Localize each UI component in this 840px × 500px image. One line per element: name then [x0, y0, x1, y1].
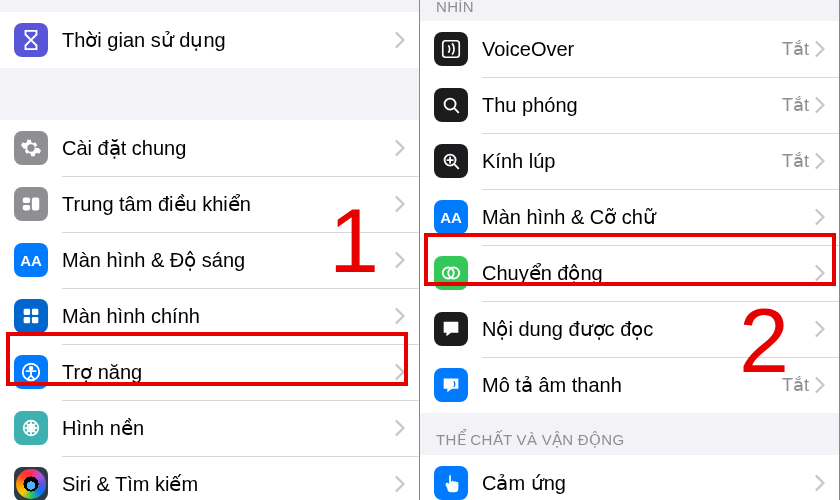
svg-rect-11 [443, 41, 460, 58]
aa-icon: AA [434, 200, 468, 234]
audio-description-icon [434, 368, 468, 402]
svg-rect-1 [32, 198, 39, 211]
chevron-right-icon [395, 32, 405, 48]
row-touch[interactable]: Cảm ứng [420, 455, 839, 500]
motion-icon [434, 256, 468, 290]
svg-rect-5 [24, 317, 30, 323]
row-motion[interactable]: Chuyển động [420, 245, 839, 301]
row-label: Chuyển động [482, 261, 815, 285]
home-screen-icon [14, 299, 48, 333]
chevron-right-icon [815, 41, 825, 57]
chevron-right-icon [395, 196, 405, 212]
row-zoom[interactable]: Thu phóng Tắt [420, 77, 839, 133]
touch-icon [434, 466, 468, 500]
row-status: Tắt [782, 374, 809, 396]
voiceover-icon [434, 32, 468, 66]
settings-left-pane: Thời gian sử dụng Cài đặt chung Trung tâ… [0, 0, 420, 500]
row-label: Kính lúp [482, 150, 782, 173]
chevron-right-icon [395, 308, 405, 324]
row-control-center[interactable]: Trung tâm điều khiển [0, 176, 419, 232]
row-accessibility[interactable]: Trợ năng [0, 344, 419, 400]
row-label: Cài đặt chung [62, 136, 395, 160]
aa-icon: AA [14, 243, 48, 277]
chevron-right-icon [815, 97, 825, 113]
row-magnifier[interactable]: Kính lúp Tắt [420, 133, 839, 189]
chevron-right-icon [395, 476, 405, 492]
siri-icon [14, 467, 48, 500]
svg-rect-0 [23, 198, 30, 204]
row-general[interactable]: Cài đặt chung [0, 120, 419, 176]
section-header-physical: THỂ CHẤT VÀ VẬN ĐỘNG [420, 413, 839, 455]
chevron-right-icon [395, 252, 405, 268]
row-status: Tắt [782, 94, 809, 116]
row-spoken-content[interactable]: Nội dung được đọc [420, 301, 839, 357]
row-display-text[interactable]: AA Màn hình & Cỡ chữ [420, 189, 839, 245]
chevron-right-icon [395, 140, 405, 156]
chevron-right-icon [395, 364, 405, 380]
row-label: VoiceOver [482, 38, 782, 61]
row-label: Màn hình & Cỡ chữ [482, 205, 815, 229]
svg-rect-4 [32, 309, 38, 315]
row-status: Tắt [782, 150, 809, 172]
row-home-screen[interactable]: Màn hình chính [0, 288, 419, 344]
chevron-right-icon [815, 475, 825, 491]
row-wallpaper[interactable]: Hình nền [0, 400, 419, 456]
row-status: Tắt [782, 38, 809, 60]
magnifier-icon [434, 144, 468, 178]
section-header-vision: NHÌN [420, 0, 839, 21]
row-label: Siri & Tìm kiếm [62, 472, 395, 496]
svg-point-12 [445, 99, 456, 110]
spoken-content-icon [434, 312, 468, 346]
chevron-right-icon [815, 321, 825, 337]
row-label: Màn hình chính [62, 305, 395, 328]
row-voiceover[interactable]: VoiceOver Tắt [420, 21, 839, 77]
svg-rect-2 [23, 205, 30, 211]
zoom-icon [434, 88, 468, 122]
row-label: Nội dung được đọc [482, 317, 815, 341]
chevron-right-icon [815, 377, 825, 393]
chevron-right-icon [815, 209, 825, 225]
svg-point-8 [30, 367, 33, 370]
gear-icon [14, 131, 48, 165]
svg-rect-6 [32, 317, 38, 323]
hourglass-icon [14, 23, 48, 57]
control-center-icon [14, 187, 48, 221]
row-siri-search[interactable]: Siri & Tìm kiếm [0, 456, 419, 500]
row-label: Trợ năng [62, 360, 395, 384]
row-display-brightness[interactable]: AA Màn hình & Độ sáng [0, 232, 419, 288]
chevron-right-icon [395, 420, 405, 436]
chevron-right-icon [815, 153, 825, 169]
wallpaper-icon [14, 411, 48, 445]
row-label: Hình nền [62, 416, 395, 440]
row-label: Thời gian sử dụng [62, 28, 395, 52]
row-label: Cảm ứng [482, 471, 815, 495]
accessibility-icon [14, 355, 48, 389]
settings-right-pane: NHÌN VoiceOver Tắt Thu phóng Tắt Kính lú… [420, 0, 840, 500]
row-label: Thu phóng [482, 94, 782, 117]
row-label: Mô tả âm thanh [482, 373, 782, 397]
row-screentime[interactable]: Thời gian sử dụng [0, 12, 419, 68]
row-audio-description[interactable]: Mô tả âm thanh Tắt [420, 357, 839, 413]
chevron-right-icon [815, 265, 825, 281]
svg-rect-3 [24, 309, 30, 315]
row-label: Trung tâm điều khiển [62, 192, 395, 216]
row-label: Màn hình & Độ sáng [62, 248, 395, 272]
